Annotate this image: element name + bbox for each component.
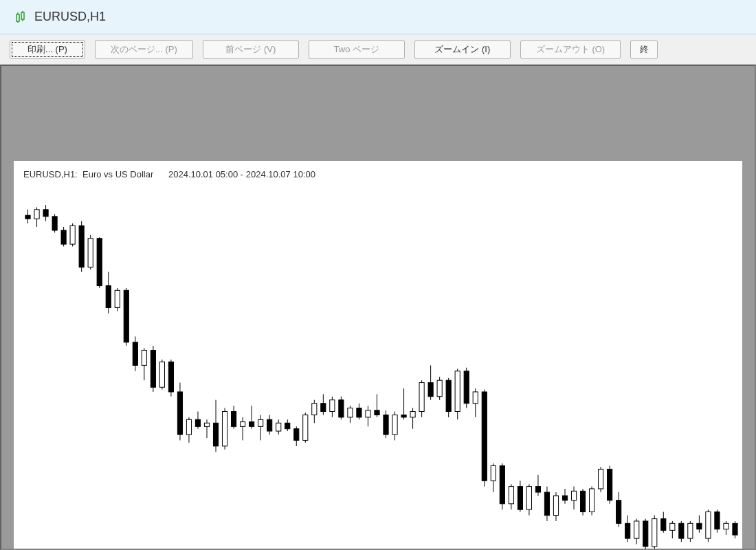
print-preview-toolbar: 印刷... (P) 次のページ... (P) 前ページ (V) Two ページ … — [0, 34, 756, 65]
svg-rect-105 — [464, 371, 469, 404]
svg-rect-55 — [241, 422, 245, 427]
svg-rect-97 — [428, 383, 433, 397]
svg-rect-95 — [419, 383, 424, 412]
svg-rect-141 — [625, 523, 630, 538]
svg-rect-7 — [25, 215, 30, 219]
svg-rect-9 — [34, 210, 39, 219]
page-preview: EURUSD,H1: Euro vs US Dollar 2024.10.01 … — [14, 161, 742, 550]
svg-rect-101 — [446, 380, 451, 411]
svg-rect-25 — [106, 286, 111, 308]
next-page-button[interactable]: 次のページ... (P) — [95, 40, 193, 59]
svg-rect-155 — [688, 523, 693, 538]
svg-rect-45 — [195, 419, 200, 426]
svg-rect-0 — [16, 14, 19, 21]
svg-rect-107 — [473, 392, 478, 404]
svg-rect-137 — [608, 469, 612, 500]
svg-rect-93 — [410, 412, 415, 417]
svg-rect-85 — [375, 410, 379, 415]
svg-rect-123 — [544, 492, 549, 516]
svg-rect-135 — [599, 469, 603, 489]
svg-rect-67 — [294, 429, 299, 441]
svg-rect-73 — [321, 404, 326, 412]
svg-rect-77 — [339, 400, 344, 417]
svg-rect-65 — [285, 423, 290, 428]
svg-rect-89 — [392, 415, 397, 435]
two-page-button[interactable]: Two ページ — [309, 40, 405, 59]
svg-rect-49 — [213, 423, 218, 446]
zoom-in-button[interactable]: ズームイン (I) — [414, 40, 511, 59]
svg-rect-13 — [52, 217, 57, 230]
svg-rect-63 — [276, 423, 281, 431]
svg-rect-133 — [590, 489, 594, 512]
svg-rect-31 — [133, 342, 137, 366]
svg-rect-125 — [553, 496, 558, 516]
svg-rect-43 — [186, 419, 191, 434]
svg-rect-157 — [697, 523, 702, 529]
svg-rect-83 — [366, 410, 370, 417]
svg-rect-37 — [159, 362, 164, 387]
svg-rect-111 — [491, 465, 496, 481]
svg-rect-143 — [634, 521, 639, 538]
svg-rect-161 — [715, 512, 720, 529]
svg-rect-33 — [142, 351, 146, 366]
svg-rect-21 — [88, 239, 93, 267]
svg-rect-165 — [733, 523, 737, 535]
svg-rect-113 — [500, 465, 504, 503]
svg-rect-79 — [348, 408, 353, 417]
svg-rect-87 — [383, 415, 388, 435]
svg-rect-91 — [401, 415, 406, 417]
candlestick-chart — [21, 185, 742, 550]
svg-rect-69 — [303, 415, 308, 441]
svg-rect-51 — [222, 412, 227, 446]
svg-rect-121 — [535, 487, 540, 492]
svg-rect-147 — [652, 519, 657, 547]
svg-rect-163 — [724, 523, 729, 529]
titlebar: EURUSD,H1 — [0, 0, 756, 34]
svg-rect-15 — [61, 230, 66, 244]
svg-rect-27 — [115, 290, 120, 307]
svg-rect-41 — [177, 392, 182, 434]
svg-rect-35 — [151, 351, 155, 388]
svg-rect-153 — [679, 523, 684, 538]
svg-rect-151 — [670, 523, 675, 530]
svg-rect-61 — [267, 419, 272, 431]
svg-rect-17 — [70, 226, 75, 244]
svg-rect-81 — [357, 408, 362, 417]
svg-rect-59 — [258, 419, 263, 426]
svg-rect-145 — [643, 521, 648, 547]
print-button[interactable]: 印刷... (P) — [10, 40, 85, 59]
svg-rect-129 — [571, 491, 576, 500]
chart-title: EURUSD,H1: Euro vs US Dollar 2024.10.01 … — [23, 169, 735, 179]
print-preview-area: EURUSD,H1: Euro vs US Dollar 2024.10.01 … — [0, 65, 756, 550]
svg-rect-75 — [330, 400, 335, 412]
svg-rect-57 — [249, 422, 254, 427]
svg-rect-99 — [437, 380, 442, 396]
svg-rect-11 — [43, 210, 48, 217]
chart-app-icon — [14, 10, 27, 24]
svg-rect-23 — [97, 239, 102, 286]
svg-rect-103 — [455, 371, 460, 412]
svg-rect-29 — [124, 290, 129, 342]
svg-rect-109 — [482, 392, 487, 481]
svg-rect-71 — [312, 404, 317, 415]
close-preview-button[interactable]: 終 — [630, 40, 658, 59]
svg-rect-3 — [21, 12, 24, 19]
prev-page-button[interactable]: 前ページ (V) — [203, 40, 299, 59]
svg-rect-115 — [509, 487, 513, 504]
svg-rect-117 — [518, 487, 522, 510]
svg-rect-131 — [580, 491, 585, 512]
zoom-out-button[interactable]: ズームアウト (O) — [520, 40, 621, 59]
svg-rect-139 — [616, 500, 621, 524]
svg-rect-47 — [204, 423, 209, 426]
window-title: EURUSD,H1 — [34, 10, 106, 24]
svg-rect-149 — [661, 519, 666, 531]
svg-rect-53 — [232, 412, 236, 427]
svg-rect-159 — [706, 512, 711, 539]
svg-rect-19 — [79, 226, 84, 267]
svg-rect-39 — [168, 362, 173, 392]
svg-rect-127 — [562, 496, 567, 500]
svg-rect-119 — [526, 487, 531, 510]
